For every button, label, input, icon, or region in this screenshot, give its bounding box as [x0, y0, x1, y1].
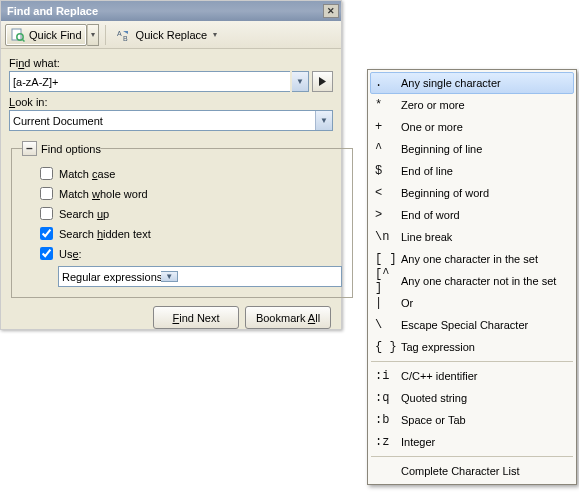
- regex-context-menu: .Any single character*Zero or more+One o…: [367, 69, 577, 485]
- menu-label: Quoted string: [401, 392, 467, 404]
- title-bar[interactable]: Find and Replace ✕: [1, 1, 341, 21]
- menu-symbol: :q: [375, 391, 401, 405]
- quick-find-button[interactable]: Quick Find: [5, 24, 87, 46]
- menu-item[interactable]: .Any single character: [370, 72, 574, 94]
- menu-item[interactable]: :bSpace or Tab: [370, 409, 574, 431]
- menu-label: Any one character in the set: [401, 253, 538, 265]
- collapse-options-button[interactable]: −: [22, 141, 37, 156]
- quick-replace-button[interactable]: A B Quick Replace ▾: [112, 24, 223, 46]
- chevron-down-icon: ▼: [161, 271, 178, 282]
- chevron-down-icon: ▾: [213, 30, 217, 39]
- menu-label: Space or Tab: [401, 414, 466, 426]
- chevron-down-icon: ▼: [315, 111, 332, 130]
- replace-icon: A B: [117, 27, 133, 43]
- match-case-option[interactable]: Match case: [40, 165, 342, 182]
- menu-label: Integer: [401, 436, 435, 448]
- menu-symbol: +: [375, 120, 401, 134]
- menu-item[interactable]: <Beginning of word: [370, 182, 574, 204]
- menu-label: Any single character: [401, 77, 501, 89]
- menu-label: Escape Special Character: [401, 319, 528, 331]
- quick-replace-label: Quick Replace: [136, 29, 208, 41]
- quick-find-dropdown[interactable]: ▾: [87, 24, 99, 46]
- use-mode-select[interactable]: Regular expressions ▼: [58, 266, 342, 287]
- find-replace-dialog: Find and Replace ✕ Quick Find ▾ A B: [0, 0, 342, 330]
- search-up-checkbox[interactable]: [40, 207, 53, 220]
- look-in-label: Look in:: [9, 96, 333, 108]
- dialog-toolbar: Quick Find ▾ A B Quick Replace ▾: [1, 21, 341, 49]
- match-case-checkbox[interactable]: [40, 167, 53, 180]
- dialog-body: Find what: ▼ Look in: Current Document ▼…: [1, 49, 341, 337]
- menu-separator: [371, 361, 573, 362]
- menu-symbol: <: [375, 186, 401, 200]
- menu-label: Zero or more: [401, 99, 465, 111]
- menu-symbol: [ ]: [375, 252, 401, 266]
- svg-marker-5: [319, 77, 326, 86]
- search-hidden-checkbox[interactable]: [40, 227, 53, 240]
- menu-label: One or more: [401, 121, 463, 133]
- menu-item[interactable]: :iC/C++ identifier: [370, 365, 574, 387]
- find-what-history-dropdown[interactable]: ▼: [292, 71, 309, 92]
- menu-symbol: $: [375, 164, 401, 178]
- toolbar-separator: [105, 25, 106, 45]
- menu-label: Or: [401, 297, 413, 309]
- look-in-select[interactable]: Current Document ▼: [9, 110, 333, 131]
- svg-text:A: A: [117, 30, 122, 37]
- menu-item[interactable]: :zInteger: [370, 431, 574, 453]
- use-checkbox[interactable]: [40, 247, 53, 260]
- look-in-value: Current Document: [13, 115, 103, 127]
- menu-label: Beginning of word: [401, 187, 489, 199]
- find-next-button[interactable]: Find Next: [153, 306, 239, 329]
- menu-symbol: :z: [375, 435, 401, 449]
- find-what-input[interactable]: [9, 71, 290, 92]
- menu-symbol: \: [375, 318, 401, 332]
- use-option[interactable]: Use:: [40, 245, 342, 262]
- menu-symbol: ^: [375, 142, 401, 156]
- find-icon: [10, 27, 26, 43]
- menu-item[interactable]: $End of line: [370, 160, 574, 182]
- quick-find-label: Quick Find: [29, 29, 82, 41]
- menu-item[interactable]: |Or: [370, 292, 574, 314]
- menu-item[interactable]: ^Beginning of line: [370, 138, 574, 160]
- menu-item[interactable]: *Zero or more: [370, 94, 574, 116]
- bookmark-all-button[interactable]: Bookmark All: [245, 306, 331, 329]
- menu-symbol: { }: [375, 340, 401, 354]
- menu-symbol: |: [375, 296, 401, 310]
- menu-label: End of line: [401, 165, 453, 177]
- menu-label: End of word: [401, 209, 460, 221]
- menu-label: Line break: [401, 231, 452, 243]
- menu-label: Tag expression: [401, 341, 475, 353]
- menu-symbol: .: [375, 76, 401, 90]
- find-what-label: Find what:: [9, 57, 333, 69]
- menu-item[interactable]: >End of word: [370, 204, 574, 226]
- menu-symbol: :i: [375, 369, 401, 383]
- use-mode-value: Regular expressions: [62, 271, 162, 283]
- menu-item[interactable]: \nLine break: [370, 226, 574, 248]
- menu-label: Beginning of line: [401, 143, 482, 155]
- menu-label: Any one character not in the set: [401, 275, 556, 287]
- menu-symbol: >: [375, 208, 401, 222]
- menu-item[interactable]: { }Tag expression: [370, 336, 574, 358]
- menu-item-complete-list[interactable]: Complete Character List: [370, 460, 574, 482]
- menu-symbol: \n: [375, 230, 401, 244]
- menu-symbol: :b: [375, 413, 401, 427]
- menu-item[interactable]: +One or more: [370, 116, 574, 138]
- menu-symbol: *: [375, 98, 401, 112]
- search-up-option[interactable]: Search up: [40, 205, 342, 222]
- find-options-legend: − Find options: [22, 141, 101, 156]
- find-options-group: − Find options Match case Match whole wo…: [11, 141, 353, 298]
- svg-text:B: B: [123, 35, 128, 42]
- menu-label: C/C++ identifier: [401, 370, 477, 382]
- close-button[interactable]: ✕: [323, 4, 339, 18]
- chevron-down-icon: ▾: [91, 30, 95, 39]
- match-whole-word-option[interactable]: Match whole word: [40, 185, 342, 202]
- menu-item[interactable]: \Escape Special Character: [370, 314, 574, 336]
- menu-symbol: [^ ]: [375, 267, 401, 295]
- search-hidden-option[interactable]: Search hidden text: [40, 225, 342, 242]
- match-whole-word-checkbox[interactable]: [40, 187, 53, 200]
- menu-separator: [371, 456, 573, 457]
- menu-item[interactable]: :qQuoted string: [370, 387, 574, 409]
- menu-item[interactable]: [^ ]Any one character not in the set: [370, 270, 574, 292]
- regex-builder-button[interactable]: [312, 71, 333, 92]
- dialog-title: Find and Replace: [7, 5, 323, 17]
- svg-line-2: [22, 39, 24, 41]
